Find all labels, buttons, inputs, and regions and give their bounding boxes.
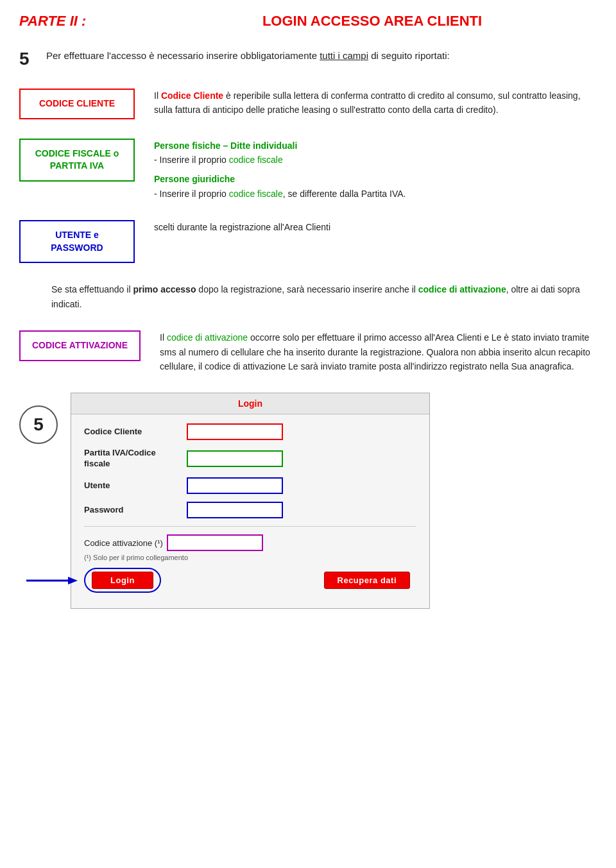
svg-marker-1	[68, 577, 78, 584]
login-form-box: Login Codice Cliente Partita IVA/Codicef…	[71, 393, 430, 609]
parte-ii-label: PARTE II :	[19, 13, 148, 30]
utente-password-desc: scelti durante la registrazione all'Area…	[154, 220, 597, 234]
codice-cliente-row: CODICE CLIENTE Il Codice Cliente è reper…	[19, 89, 597, 119]
circle-step-5: 5	[19, 405, 58, 444]
login-row-password: Password	[84, 502, 416, 518]
utente-password-row: UTENTE ePASSWORD scelti durante la regis…	[19, 220, 597, 263]
step-number: 5	[19, 49, 38, 69]
login-form-body: Codice Cliente Partita IVA/Codicefiscale…	[71, 414, 429, 608]
login-buttons-bar: Login Recupera dati	[84, 568, 416, 599]
login-row-codice-cliente: Codice Cliente	[84, 423, 416, 440]
login-input-codice-attivazione[interactable]	[167, 534, 263, 551]
login-row-utente: Utente	[84, 477, 416, 494]
login-row-partita-iva: Partita IVA/Codicefiscale	[84, 448, 416, 470]
activation-note: Se sta effettuando il primo accesso dopo…	[51, 282, 597, 311]
recupera-dati-button[interactable]: Recupera dati	[324, 572, 410, 589]
login-btn-circle: Login	[84, 568, 161, 593]
utente-password-box: UTENTE ePASSWORD	[19, 220, 135, 263]
codice-fiscale-desc: Persone fisiche – Ditte individuali - In…	[154, 139, 597, 201]
login-button[interactable]: Login	[92, 572, 153, 589]
login-input-partita-iva[interactable]	[187, 450, 283, 467]
login-input-utente[interactable]	[187, 477, 283, 494]
login-label-codice-cliente: Codice Cliente	[84, 427, 187, 438]
login-label-password: Password	[84, 505, 187, 516]
page-header: PARTE II : LOGIN ACCESSO AREA CLIENTI	[19, 13, 597, 30]
login-label-utente: Utente	[84, 481, 187, 491]
form-section: 5 Login Codice Cliente Partita IVA/Codic…	[19, 393, 597, 609]
login-input-password[interactable]	[187, 502, 283, 518]
login-button-wrapper: Login	[84, 568, 161, 593]
login-label-codice-attivazione: Codice attivazione (¹)	[84, 538, 163, 548]
page-title: LOGIN ACCESSO AREA CLIENTI	[148, 13, 597, 30]
intro-row: 5 Per effettuare l'accesso è necessario …	[19, 49, 597, 69]
codice-cliente-desc: Il Codice Cliente è reperibile sulla let…	[154, 89, 597, 117]
arrow-icon	[26, 572, 78, 590]
codice-attivazione-box: CODICE ATTIVAZIONE	[19, 330, 141, 361]
codice-cliente-box: CODICE CLIENTE	[19, 89, 135, 119]
intro-text: Per effettuare l'accesso è necessario in…	[46, 49, 450, 64]
codice-fiscale-box: CODICE FISCALE oPARTITA IVA	[19, 139, 135, 182]
login-input-codice-cliente[interactable]	[187, 423, 283, 440]
codice-attivazione-row: CODICE ATTIVAZIONE Il codice di attivazi…	[19, 330, 597, 373]
codice-attivazione-desc: Il codice di attivazione occorre solo pe…	[160, 330, 597, 373]
codice-fiscale-row: CODICE FISCALE oPARTITA IVA Persone fisi…	[19, 139, 597, 201]
login-form-title: Login	[71, 393, 429, 414]
login-label-partita-iva: Partita IVA/Codicefiscale	[84, 448, 187, 470]
activation-footnote: (¹) Solo per il primo collegamento	[84, 554, 416, 561]
login-row-codice-attivazione: Codice attivazione (¹)	[84, 534, 416, 551]
